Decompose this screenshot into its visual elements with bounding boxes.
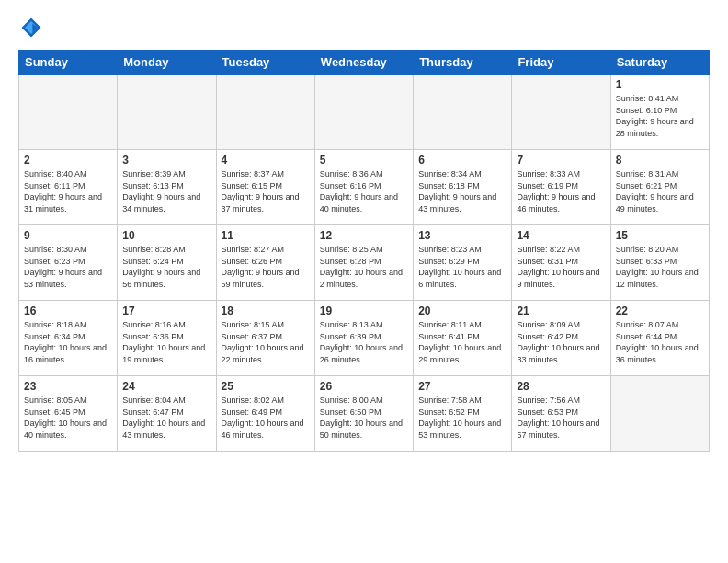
calendar-cell: 23Sunrise: 8:05 AM Sunset: 6:45 PM Dayli… bbox=[19, 376, 118, 452]
calendar-cell: 4Sunrise: 8:37 AM Sunset: 6:15 PM Daylig… bbox=[216, 150, 314, 225]
day-number: 20 bbox=[418, 304, 506, 317]
day-info: Sunrise: 8:11 AM Sunset: 6:41 PM Dayligh… bbox=[418, 319, 506, 365]
calendar-cell: 16Sunrise: 8:18 AM Sunset: 6:34 PM Dayli… bbox=[19, 301, 118, 376]
day-number: 26 bbox=[320, 380, 408, 393]
calendar-cell: 11Sunrise: 8:27 AM Sunset: 6:26 PM Dayli… bbox=[216, 225, 314, 301]
day-info: Sunrise: 8:25 AM Sunset: 6:28 PM Dayligh… bbox=[320, 244, 408, 290]
calendar-cell: 13Sunrise: 8:23 AM Sunset: 6:29 PM Dayli… bbox=[414, 225, 512, 301]
calendar-cell: 24Sunrise: 8:04 AM Sunset: 6:47 PM Dayli… bbox=[118, 376, 216, 452]
day-info: Sunrise: 8:04 AM Sunset: 6:47 PM Dayligh… bbox=[122, 395, 210, 441]
day-info: Sunrise: 8:07 AM Sunset: 6:44 PM Dayligh… bbox=[616, 319, 704, 365]
day-number: 19 bbox=[320, 304, 408, 317]
day-info: Sunrise: 8:30 AM Sunset: 6:23 PM Dayligh… bbox=[24, 244, 112, 290]
calendar-week-3: 16Sunrise: 8:18 AM Sunset: 6:34 PM Dayli… bbox=[19, 301, 710, 376]
col-header-monday: Monday bbox=[118, 51, 216, 75]
day-info: Sunrise: 8:13 AM Sunset: 6:39 PM Dayligh… bbox=[320, 319, 408, 365]
col-header-sunday: Sunday bbox=[19, 51, 118, 75]
col-header-tuesday: Tuesday bbox=[216, 51, 314, 75]
calendar-cell bbox=[414, 75, 512, 150]
day-number: 4 bbox=[222, 154, 310, 167]
calendar-cell: 19Sunrise: 8:13 AM Sunset: 6:39 PM Dayli… bbox=[314, 301, 413, 376]
day-info: Sunrise: 7:58 AM Sunset: 6:52 PM Dayligh… bbox=[418, 395, 506, 441]
day-info: Sunrise: 8:18 AM Sunset: 6:34 PM Dayligh… bbox=[24, 319, 112, 365]
calendar-cell bbox=[314, 75, 413, 150]
logo bbox=[18, 15, 48, 40]
calendar-cell: 21Sunrise: 8:09 AM Sunset: 6:42 PM Dayli… bbox=[512, 301, 610, 376]
day-info: Sunrise: 8:41 AM Sunset: 6:10 PM Dayligh… bbox=[616, 93, 704, 139]
day-info: Sunrise: 8:37 AM Sunset: 6:15 PM Dayligh… bbox=[222, 168, 310, 214]
calendar-cell: 20Sunrise: 8:11 AM Sunset: 6:41 PM Dayli… bbox=[414, 301, 512, 376]
calendar-cell: 3Sunrise: 8:39 AM Sunset: 6:13 PM Daylig… bbox=[118, 150, 216, 225]
calendar-table: SundayMondayTuesdayWednesdayThursdayFrid… bbox=[18, 50, 710, 452]
day-info: Sunrise: 8:39 AM Sunset: 6:13 PM Dayligh… bbox=[122, 168, 210, 214]
col-header-wednesday: Wednesday bbox=[314, 51, 413, 75]
day-info: Sunrise: 8:40 AM Sunset: 6:11 PM Dayligh… bbox=[24, 168, 112, 214]
day-info: Sunrise: 8:23 AM Sunset: 6:29 PM Dayligh… bbox=[418, 244, 506, 290]
day-info: Sunrise: 8:16 AM Sunset: 6:36 PM Dayligh… bbox=[122, 319, 210, 365]
day-info: Sunrise: 8:02 AM Sunset: 6:49 PM Dayligh… bbox=[222, 395, 310, 441]
calendar-cell bbox=[118, 75, 216, 150]
day-number: 1 bbox=[616, 78, 704, 91]
day-info: Sunrise: 8:34 AM Sunset: 6:18 PM Dayligh… bbox=[418, 168, 506, 214]
calendar-cell: 5Sunrise: 8:36 AM Sunset: 6:16 PM Daylig… bbox=[314, 150, 413, 225]
calendar-week-0: 1Sunrise: 8:41 AM Sunset: 6:10 PM Daylig… bbox=[19, 75, 710, 150]
day-number: 23 bbox=[24, 380, 112, 393]
col-header-saturday: Saturday bbox=[610, 51, 709, 75]
day-number: 21 bbox=[517, 304, 605, 317]
day-info: Sunrise: 7:56 AM Sunset: 6:53 PM Dayligh… bbox=[517, 395, 605, 441]
day-info: Sunrise: 8:28 AM Sunset: 6:24 PM Dayligh… bbox=[122, 244, 210, 290]
col-header-friday: Friday bbox=[512, 51, 610, 75]
day-number: 17 bbox=[122, 304, 210, 317]
calendar-cell: 8Sunrise: 8:31 AM Sunset: 6:21 PM Daylig… bbox=[610, 150, 709, 225]
day-number: 2 bbox=[24, 154, 112, 167]
page-container: SundayMondayTuesdayWednesdayThursdayFrid… bbox=[0, 0, 728, 461]
day-number: 12 bbox=[320, 229, 408, 242]
day-number: 27 bbox=[418, 380, 506, 393]
day-number: 14 bbox=[517, 229, 605, 242]
day-number: 9 bbox=[24, 229, 112, 242]
day-number: 7 bbox=[517, 154, 605, 167]
day-info: Sunrise: 8:15 AM Sunset: 6:37 PM Dayligh… bbox=[222, 319, 310, 365]
calendar-cell bbox=[610, 376, 709, 452]
calendar-cell: 15Sunrise: 8:20 AM Sunset: 6:33 PM Dayli… bbox=[610, 225, 709, 301]
calendar-cell: 10Sunrise: 8:28 AM Sunset: 6:24 PM Dayli… bbox=[118, 225, 216, 301]
calendar-cell: 27Sunrise: 7:58 AM Sunset: 6:52 PM Dayli… bbox=[414, 376, 512, 452]
calendar-cell: 9Sunrise: 8:30 AM Sunset: 6:23 PM Daylig… bbox=[19, 225, 118, 301]
day-info: Sunrise: 8:05 AM Sunset: 6:45 PM Dayligh… bbox=[24, 395, 112, 441]
day-number: 13 bbox=[418, 229, 506, 242]
day-number: 18 bbox=[222, 304, 310, 317]
day-info: Sunrise: 8:31 AM Sunset: 6:21 PM Dayligh… bbox=[616, 168, 704, 214]
calendar-cell: 28Sunrise: 7:56 AM Sunset: 6:53 PM Dayli… bbox=[512, 376, 610, 452]
calendar-cell: 12Sunrise: 8:25 AM Sunset: 6:28 PM Dayli… bbox=[314, 225, 413, 301]
day-number: 11 bbox=[222, 229, 310, 242]
calendar-cell bbox=[19, 75, 118, 150]
col-header-thursday: Thursday bbox=[414, 51, 512, 75]
logo-icon bbox=[18, 15, 44, 40]
day-number: 16 bbox=[24, 304, 112, 317]
day-number: 15 bbox=[616, 229, 704, 242]
calendar-week-4: 23Sunrise: 8:05 AM Sunset: 6:45 PM Dayli… bbox=[19, 376, 710, 452]
day-info: Sunrise: 8:27 AM Sunset: 6:26 PM Dayligh… bbox=[222, 244, 310, 290]
calendar-cell: 25Sunrise: 8:02 AM Sunset: 6:49 PM Dayli… bbox=[216, 376, 314, 452]
day-number: 28 bbox=[517, 380, 605, 393]
day-number: 24 bbox=[122, 380, 210, 393]
calendar-cell: 26Sunrise: 8:00 AM Sunset: 6:50 PM Dayli… bbox=[314, 376, 413, 452]
calendar-cell: 17Sunrise: 8:16 AM Sunset: 6:36 PM Dayli… bbox=[118, 301, 216, 376]
calendar-week-2: 9Sunrise: 8:30 AM Sunset: 6:23 PM Daylig… bbox=[19, 225, 710, 301]
day-number: 6 bbox=[418, 154, 506, 167]
calendar-week-1: 2Sunrise: 8:40 AM Sunset: 6:11 PM Daylig… bbox=[19, 150, 710, 225]
day-number: 22 bbox=[616, 304, 704, 317]
calendar-cell: 18Sunrise: 8:15 AM Sunset: 6:37 PM Dayli… bbox=[216, 301, 314, 376]
calendar-cell: 14Sunrise: 8:22 AM Sunset: 6:31 PM Dayli… bbox=[512, 225, 610, 301]
calendar-cell: 7Sunrise: 8:33 AM Sunset: 6:19 PM Daylig… bbox=[512, 150, 610, 225]
day-number: 10 bbox=[122, 229, 210, 242]
day-info: Sunrise: 8:22 AM Sunset: 6:31 PM Dayligh… bbox=[517, 244, 605, 290]
day-number: 3 bbox=[122, 154, 210, 167]
day-number: 5 bbox=[320, 154, 408, 167]
calendar-cell bbox=[216, 75, 314, 150]
calendar-cell: 6Sunrise: 8:34 AM Sunset: 6:18 PM Daylig… bbox=[414, 150, 512, 225]
day-info: Sunrise: 8:36 AM Sunset: 6:16 PM Dayligh… bbox=[320, 168, 408, 214]
calendar-cell bbox=[512, 75, 610, 150]
calendar-cell: 2Sunrise: 8:40 AM Sunset: 6:11 PM Daylig… bbox=[19, 150, 118, 225]
calendar-cell: 22Sunrise: 8:07 AM Sunset: 6:44 PM Dayli… bbox=[610, 301, 709, 376]
